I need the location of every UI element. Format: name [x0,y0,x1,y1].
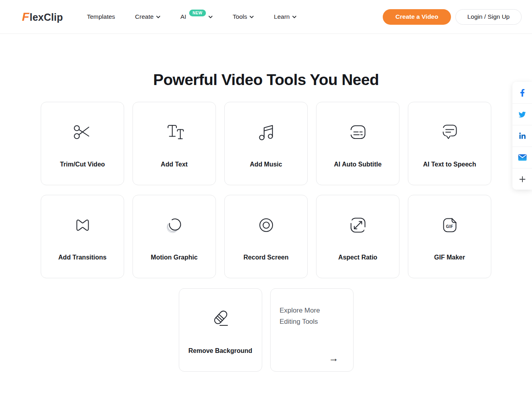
chevron-down-icon [292,16,297,18]
twitter-icon [518,111,526,118]
nav-item-templates[interactable]: Templates [87,13,115,20]
main-nav: Templates Create AI NEW Tools Learn [87,13,297,20]
tool-label: AI Text to Speech [423,161,476,168]
chevron-down-icon [208,16,213,18]
bowtie-transition-icon [71,213,95,237]
share-facebook-button[interactable] [512,82,532,103]
share-email-button[interactable] [512,147,532,168]
tool-card-remove-background[interactable]: Remove Background [179,288,262,372]
nav-label: Templates [87,13,115,20]
tool-card-add-music[interactable]: Add Music [224,102,308,185]
nav-item-learn[interactable]: Learn [274,13,297,20]
tool-card-ai-auto-subtitle[interactable]: AI Auto Subtitle [316,102,399,185]
tools-grid: Trim/Cut Video Add Text Add Music [41,102,491,278]
tool-card-aspect-ratio[interactable]: Aspect Ratio [316,195,399,278]
nav-label: Learn [274,13,290,20]
record-circle-icon [254,213,278,237]
share-linkedin-button[interactable] [512,125,532,147]
gif-icon-text: GIF [446,224,453,229]
tool-label: AI Auto Subtitle [334,161,382,168]
aspect-expand-icon [346,213,370,237]
text-tt-icon [162,120,186,144]
tools-row-3: Remove Background Explore More Editing T… [0,288,532,372]
tool-label: Trim/Cut Video [60,161,105,168]
tool-card-add-transitions[interactable]: Add Transitions [41,195,124,278]
logo-text: lexClip [30,12,63,23]
new-badge: NEW [189,10,206,16]
tool-card-motion-graphic[interactable]: Motion Graphic [133,195,216,278]
speech-bubble-icon [438,120,462,144]
header-actions: Create a Video Login / Sign Up [383,9,522,25]
tool-label: Add Music [250,161,282,168]
nav-label: Create [135,13,154,20]
tool-card-ai-text-to-speech[interactable]: AI Text to Speech [408,102,491,185]
linkedin-icon [519,133,526,140]
login-signup-button[interactable]: Login / Sign Up [455,9,522,25]
nav-label: Tools [233,13,247,20]
music-note-icon [254,120,278,144]
explore-line-1: Explore More [280,305,320,316]
facebook-icon [520,89,525,97]
email-icon [518,154,527,161]
tool-label: Remove Background [188,347,252,355]
tool-card-add-text[interactable]: Add Text [133,102,216,185]
chevron-down-icon [249,16,254,18]
tool-label: Add Text [161,161,188,168]
page-title: Powerful Video Tools You Need [0,71,532,89]
header: F lexClip Templates Create AI NEW Tools … [0,0,532,34]
tool-card-trim-cut-video[interactable]: Trim/Cut Video [41,102,124,185]
explore-line-2: Editing Tools [280,316,318,327]
tool-label: Record Screen [243,254,289,261]
gif-file-icon: GIF [438,213,462,237]
nav-item-tools[interactable]: Tools [233,13,254,20]
nav-item-ai[interactable]: AI NEW [180,13,213,20]
share-more-button[interactable] [512,168,532,190]
tool-card-gif-maker[interactable]: GIF GIF Maker [408,195,491,278]
motion-circle-icon [162,213,186,237]
nav-item-create[interactable]: Create [135,13,160,20]
eraser-icon [208,307,232,331]
explore-more-editing-tools-card[interactable]: Explore More Editing Tools → [270,288,354,372]
tool-card-record-screen[interactable]: Record Screen [224,195,308,278]
social-share-bar [512,82,532,190]
tool-label: Aspect Ratio [338,254,378,261]
share-twitter-button[interactable] [512,103,532,125]
flexclip-logo[interactable]: F lexClip [22,11,63,23]
arrow-right-icon: → [329,353,339,364]
tool-label: Motion Graphic [151,254,198,261]
tool-label: Add Transitions [58,254,107,261]
subtitle-box-icon [346,120,370,144]
create-a-video-button[interactable]: Create a Video [383,9,451,25]
logo-letter-f: F [22,11,29,23]
scissors-icon [71,120,95,144]
chevron-down-icon [156,16,160,18]
tool-label: GIF Maker [434,254,465,261]
plus-icon [519,176,526,182]
nav-label: AI [180,13,186,20]
